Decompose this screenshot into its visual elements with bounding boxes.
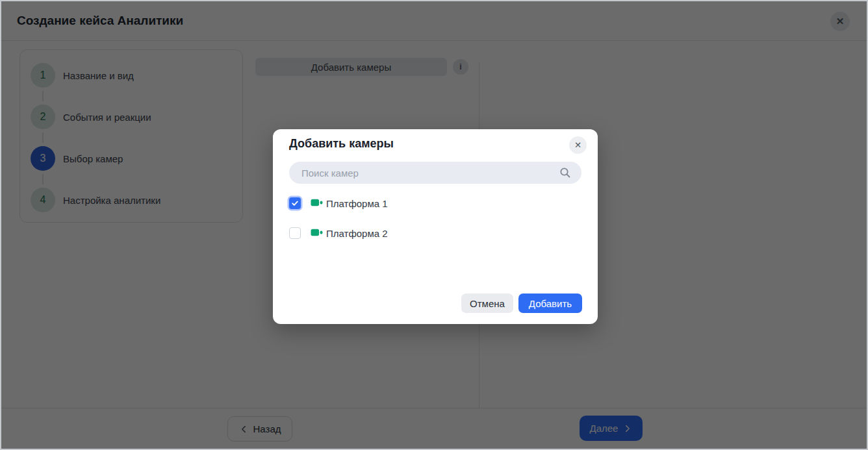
camera-name: Платформа 1 [326,198,388,209]
check-icon [291,199,299,207]
camera-search [289,162,581,184]
camera-checkbox-unchecked[interactable] [289,227,301,239]
camera-icon [311,228,323,240]
search-icon [559,167,571,181]
close-icon: ✕ [574,140,581,150]
camera-icon [311,198,323,210]
cancel-button[interactable]: Отмена [461,294,513,313]
submit-add-button[interactable]: Добавить [518,294,582,313]
camera-list-item[interactable]: Платформа 2 [273,223,598,243]
modal-close-button[interactable]: ✕ [569,136,587,154]
camera-search-input[interactable] [289,162,581,184]
modal-title: Добавить камеры [289,137,394,151]
add-cameras-modal: Добавить камеры ✕ Платформа 1 Платформ [273,129,598,324]
camera-name: Платформа 2 [326,228,388,239]
camera-checkbox-checked[interactable] [289,197,301,209]
camera-list-item[interactable]: Платформа 1 [273,194,598,213]
create-analytics-case-window: Создание кейса Аналитики ✕ 1 Название и … [0,0,868,450]
